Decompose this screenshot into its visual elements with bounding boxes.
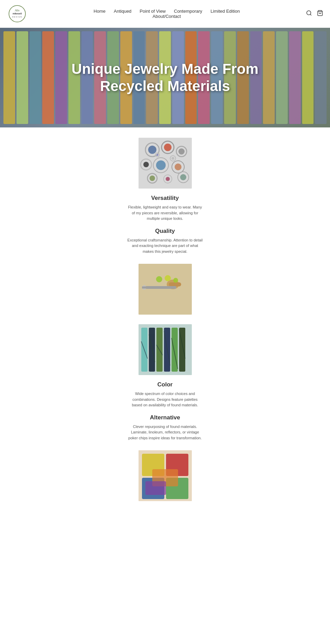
svg-rect-30 bbox=[139, 264, 192, 315]
svg-point-25 bbox=[180, 174, 186, 180]
svg-line-5 bbox=[310, 14, 311, 15]
nav-contemporary[interactable]: Contemporary bbox=[174, 9, 202, 14]
feature-image-colorbars bbox=[139, 324, 192, 375]
feature-image-tools bbox=[139, 264, 192, 315]
cart-button[interactable] bbox=[317, 10, 323, 18]
svg-text:Alix: Alix bbox=[14, 9, 20, 12]
svg-point-13 bbox=[178, 148, 185, 155]
header-icons bbox=[306, 10, 323, 18]
feature-image-materials bbox=[139, 450, 192, 501]
color-title: Color bbox=[157, 381, 173, 388]
logo[interactable]: Alix mikesell DESIGN bbox=[7, 3, 28, 24]
nav-home[interactable]: Home bbox=[94, 9, 106, 14]
feature-tools-image bbox=[127, 264, 203, 321]
nav-row-2: About/Contact bbox=[153, 14, 181, 19]
site-header: Alix mikesell DESIGN Home Antiqued Point… bbox=[0, 0, 330, 28]
svg-point-29 bbox=[156, 154, 158, 156]
svg-point-36 bbox=[173, 278, 178, 283]
svg-rect-59 bbox=[145, 481, 166, 495]
svg-point-27 bbox=[172, 157, 174, 160]
alternative-text: Clever repurposing of found materials. L… bbox=[127, 424, 203, 441]
nav-limited-edition[interactable]: Limited Edition bbox=[210, 9, 240, 14]
nav-point-of-view[interactable]: Point of View bbox=[140, 9, 166, 14]
svg-point-19 bbox=[175, 163, 182, 170]
hero-section: Unique Jewelry Made From Recycled Materi… bbox=[0, 28, 330, 127]
svg-text:mikesell: mikesell bbox=[13, 12, 22, 15]
alternative-title: Alternative bbox=[150, 414, 180, 421]
search-button[interactable] bbox=[306, 10, 312, 18]
versatility-title: Versatility bbox=[151, 195, 179, 202]
versatility-text: Flexible, lightweight and easy to wear. … bbox=[127, 204, 203, 222]
nav-row-1: Home Antiqued Point of View Contemporary… bbox=[94, 9, 240, 14]
hero-title: Unique Jewelry Made From Recycled Materi… bbox=[58, 60, 272, 95]
nav-antiqued[interactable]: Antiqued bbox=[114, 9, 131, 14]
svg-point-15 bbox=[143, 162, 149, 167]
svg-rect-32 bbox=[169, 282, 181, 286]
svg-text:DESIGN: DESIGN bbox=[12, 16, 22, 18]
svg-point-35 bbox=[165, 275, 171, 281]
nav-about-contact[interactable]: About/Contact bbox=[153, 14, 181, 19]
svg-point-23 bbox=[166, 177, 170, 181]
feature-versatility: Versatility Flexible, lightweight and ea… bbox=[127, 138, 203, 260]
quality-title: Quality bbox=[155, 228, 175, 235]
main-nav: Home Antiqued Point of View Contemporary… bbox=[28, 9, 306, 19]
svg-rect-33 bbox=[145, 286, 176, 289]
svg-point-9 bbox=[148, 146, 156, 154]
feature-materials-image bbox=[127, 450, 203, 507]
main-content: Versatility Flexible, lightweight and ea… bbox=[0, 127, 330, 521]
quality-text: Exceptional craftsmanship. Attention to … bbox=[127, 237, 203, 255]
svg-point-11 bbox=[164, 144, 172, 151]
svg-point-34 bbox=[156, 276, 162, 282]
svg-point-21 bbox=[150, 176, 155, 181]
svg-point-4 bbox=[307, 11, 311, 15]
feature-image-circles bbox=[139, 138, 192, 189]
feature-color-section: Color Wide spectrum of color choices and… bbox=[127, 324, 203, 447]
color-text: Wide spectrum of color choices and combi… bbox=[127, 391, 203, 408]
svg-rect-38 bbox=[142, 286, 146, 289]
svg-rect-41 bbox=[149, 328, 155, 372]
svg-point-17 bbox=[156, 160, 166, 170]
